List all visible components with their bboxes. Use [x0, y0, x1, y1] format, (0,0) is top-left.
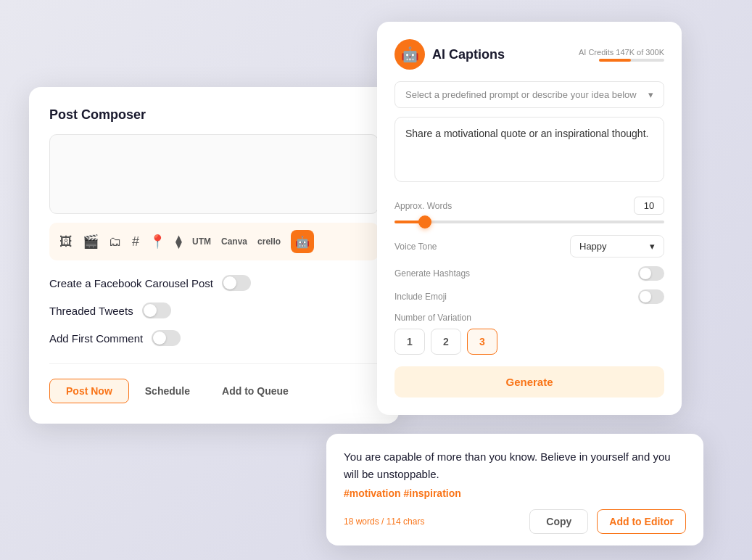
location-icon[interactable]: 📍 [149, 234, 165, 250]
ai-credits-bar-fill [599, 59, 631, 62]
result-text: You are capable of more than you know. B… [344, 448, 686, 483]
voice-chevron-icon: ▾ [650, 241, 655, 252]
ai-captions-card: 🤖 AI Captions AI Credits 147K of 300K Se… [377, 22, 682, 415]
copy-button[interactable]: Copy [529, 509, 588, 534]
toolbar-row: 🖼 🎬 🗂 # 📍 ⧫ UTM Canva crello 🤖 [49, 223, 379, 260]
prompt-dropdown[interactable]: Select a predefined prompt or describe y… [394, 81, 664, 108]
first-comment-toggle[interactable] [152, 330, 181, 346]
prompt-textarea[interactable]: Share a motivational quote or an inspira… [394, 117, 664, 182]
generate-button[interactable]: Generate [394, 366, 664, 398]
ai-caption-toolbar-icon[interactable]: 🤖 [291, 230, 314, 253]
tab-post-now[interactable]: Post Now [49, 379, 129, 403]
approx-words-label: Approx. Words [394, 201, 452, 211]
folder-icon[interactable]: 🗂 [109, 234, 122, 250]
post-composer-card: Post Composer 🖼 🎬 🗂 # 📍 ⧫ UTM Canva crel… [29, 87, 399, 424]
ai-captions-title: AI Captions [432, 47, 505, 62]
variation-2-btn[interactable]: 2 [431, 329, 461, 355]
tab-schedule[interactable]: Schedule [129, 379, 206, 403]
carousel-toggle-row: Create a Facebook Carousel Post [49, 275, 379, 291]
threaded-tweets-label: Threaded Tweets [49, 305, 133, 317]
canva-icon[interactable]: Canva [221, 236, 247, 247]
include-emoji-row: Include Emoji [394, 289, 664, 304]
ai-header: 🤖 AI Captions AI Credits 147K of 300K [394, 39, 664, 70]
voice-tone-row: Voice Tone Happy ▾ [394, 235, 664, 258]
approx-words-value: 10 [634, 197, 664, 215]
result-meta: 18 words / 114 chars [344, 516, 424, 527]
include-emoji-label: Include Emoji [394, 292, 447, 302]
result-footer: 18 words / 114 chars Copy Add to Editor [344, 509, 686, 534]
voice-tone-dropdown[interactable]: Happy ▾ [570, 235, 664, 258]
include-emoji-toggle[interactable] [638, 289, 664, 304]
variation-1-btn[interactable]: 1 [394, 329, 425, 355]
carousel-toggle[interactable] [222, 275, 251, 291]
link-icon[interactable]: ⧫ [175, 234, 182, 250]
result-hashtags: #motivation #inspiration [344, 487, 686, 499]
video-icon[interactable]: 🎬 [83, 234, 99, 250]
ai-header-left: 🤖 AI Captions [394, 39, 505, 70]
generate-hashtags-row: Generate Hashtags [394, 266, 664, 281]
threaded-tweets-toggle-row: Threaded Tweets [49, 302, 379, 318]
voice-tone-label: Voice Tone [394, 242, 437, 252]
threaded-tweets-toggle[interactable] [142, 302, 171, 318]
ai-credits-bar-bg [599, 59, 664, 62]
utm-icon[interactable]: UTM [192, 236, 211, 247]
post-text-area[interactable] [49, 134, 379, 214]
variation-3-btn[interactable]: 3 [467, 329, 497, 355]
first-comment-toggle-row: Add First Comment [49, 330, 379, 346]
variations-buttons: 1 2 3 [394, 329, 664, 355]
scene: Post Composer 🖼 🎬 🗂 # 📍 ⧫ UTM Canva crel… [0, 0, 752, 560]
voice-tone-value: Happy [579, 241, 607, 252]
result-card: You are capable of more than you know. B… [326, 434, 703, 545]
words-slider-row [394, 221, 664, 223]
bottom-tabs: Post Now Schedule Add to Queue [49, 363, 379, 403]
approx-words-row: Approx. Words 10 [394, 197, 664, 215]
first-comment-label: Add First Comment [49, 332, 143, 345]
carousel-label: Create a Facebook Carousel Post [49, 277, 213, 289]
post-composer-title: Post Composer [49, 107, 379, 123]
add-to-editor-button[interactable]: Add to Editor [597, 509, 686, 534]
crello-icon[interactable]: crello [257, 236, 281, 247]
tab-add-to-queue[interactable]: Add to Queue [206, 379, 305, 403]
ai-bot-icon: 🤖 [394, 39, 425, 70]
prompt-dropdown-label: Select a predefined prompt or describe y… [405, 89, 637, 100]
variations-row: Number of Variation 1 2 3 [394, 313, 664, 355]
words-slider-fill [394, 221, 421, 223]
generate-hashtags-toggle[interactable] [638, 266, 664, 281]
hashtag-icon[interactable]: # [132, 234, 139, 250]
ai-credits-label: AI Credits 147K of 300K [579, 48, 664, 57]
variations-label: Number of Variation [394, 313, 664, 323]
image-icon[interactable]: 🖼 [59, 234, 73, 250]
words-slider-thumb[interactable] [418, 215, 431, 228]
words-slider-track[interactable] [394, 221, 664, 223]
generate-hashtags-label: Generate Hashtags [394, 268, 470, 279]
chevron-down-icon: ▾ [648, 89, 653, 100]
ai-credits-area: AI Credits 147K of 300K [579, 48, 664, 62]
result-actions: Copy Add to Editor [529, 509, 686, 534]
